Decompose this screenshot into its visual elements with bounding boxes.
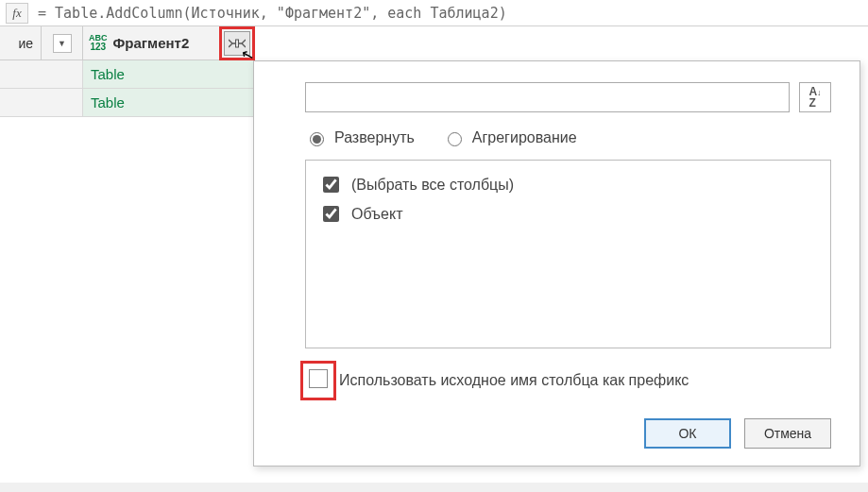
column-header-prev[interactable]: ие bbox=[0, 26, 42, 59]
row-cell-value[interactable]: Table bbox=[83, 89, 255, 116]
radio-aggregate-label: Агрегирование bbox=[472, 129, 577, 146]
col-suffix-label: ие bbox=[18, 36, 33, 51]
popup-search-row: A↓Z bbox=[305, 82, 831, 112]
data-grid: ие ▼ ABC 123 Фрагмент2 ↖ Table bbox=[0, 26, 255, 140]
table-row[interactable]: Table bbox=[0, 60, 255, 89]
radio-expand-label: Развернуть bbox=[334, 129, 415, 146]
header-row: ие ▼ ABC 123 Фрагмент2 ↖ bbox=[0, 26, 255, 60]
radio-aggregate-input[interactable] bbox=[448, 132, 462, 146]
radio-expand[interactable]: Развернуть bbox=[305, 129, 415, 146]
prefix-row[interactable]: Использовать исходное имя столбца как пр… bbox=[305, 365, 831, 396]
row-cell-prev bbox=[0, 89, 83, 116]
prefix-label: Использовать исходное имя столбца как пр… bbox=[339, 372, 689, 389]
button-row: ОК Отмена bbox=[305, 418, 831, 449]
column-header-prev-dropdown[interactable]: ▼ bbox=[42, 26, 83, 59]
column-checkbox-row[interactable]: Объект bbox=[319, 199, 817, 229]
column-checkbox-label: Объект bbox=[351, 206, 402, 223]
status-strip bbox=[0, 483, 868, 492]
fx-button[interactable]: fx bbox=[6, 3, 28, 24]
mode-radio-group: Развернуть Агрегирование bbox=[305, 129, 831, 146]
row-cell-prev bbox=[0, 60, 83, 88]
cancel-button[interactable]: Отмена bbox=[744, 418, 831, 449]
prefix-checkbox[interactable] bbox=[309, 369, 328, 388]
prefix-checkbox-highlight bbox=[305, 365, 332, 396]
expand-icon bbox=[229, 38, 246, 49]
formula-text[interactable]: = Table.AddColumn(Источник, "Фрагмент2",… bbox=[38, 5, 507, 22]
table-row[interactable]: Table bbox=[0, 89, 255, 117]
search-input[interactable] bbox=[305, 82, 790, 112]
chevron-down-icon[interactable]: ▼ bbox=[53, 34, 72, 53]
formula-bar: fx = Table.AddColumn(Источник, "Фрагмент… bbox=[0, 0, 868, 26]
expand-popup: A↓Z Развернуть Агрегирование (Выбрать вс… bbox=[253, 60, 860, 467]
sort-az-icon: A↓Z bbox=[808, 86, 821, 109]
ok-button[interactable]: ОК bbox=[644, 418, 731, 449]
svg-rect-0 bbox=[236, 40, 239, 47]
select-all-row[interactable]: (Выбрать все столбцы) bbox=[319, 170, 817, 199]
column-name-label: Фрагмент2 bbox=[113, 35, 225, 51]
radio-expand-input[interactable] bbox=[310, 132, 324, 146]
select-all-checkbox[interactable] bbox=[323, 177, 339, 193]
column-header-fragment2[interactable]: ABC 123 Фрагмент2 ↖ bbox=[83, 26, 255, 59]
row-cell-value[interactable]: Table bbox=[83, 60, 255, 88]
expand-column-button[interactable]: ↖ bbox=[224, 31, 250, 56]
radio-aggregate[interactable]: Агрегирование bbox=[443, 129, 577, 146]
datatype-any-icon: ABC 123 bbox=[89, 34, 108, 52]
select-all-label: (Выбрать все столбцы) bbox=[351, 177, 514, 194]
sort-az-button[interactable]: A↓Z bbox=[799, 82, 831, 112]
column-checkbox[interactable] bbox=[323, 206, 339, 222]
columns-list[interactable]: (Выбрать все столбцы) Объект bbox=[305, 160, 831, 348]
